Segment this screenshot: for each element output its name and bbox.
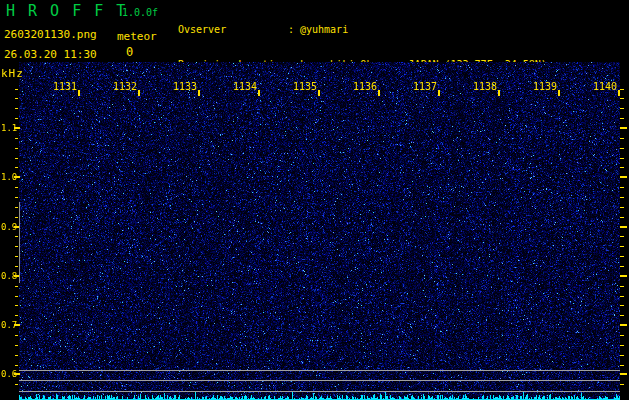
freq-minor-tick-left <box>15 118 18 119</box>
freq-minor-tick-right <box>620 89 624 90</box>
freq-major-tick-right <box>620 176 627 178</box>
station-value: @yuhmari <box>300 23 348 36</box>
time-tick <box>438 90 440 96</box>
freq-minor-tick-left <box>15 286 18 287</box>
time-tick <box>498 90 500 96</box>
app-title: H R O F F T <box>6 2 127 20</box>
freq-minor-tick-left <box>15 246 18 247</box>
time-tick <box>318 90 320 96</box>
freq-minor-tick-left <box>15 236 18 237</box>
freq-minor-tick-left <box>15 345 18 346</box>
freq-tick-label: 0.7 <box>1 320 17 330</box>
freq-minor-tick-right <box>620 236 624 237</box>
freq-minor-tick-left <box>15 256 18 257</box>
freq-minor-tick-right <box>620 138 624 139</box>
time-tick <box>618 90 620 96</box>
frequency-axis-unit: kHz <box>1 67 24 80</box>
freq-minor-tick-right <box>620 384 624 385</box>
time-tick-label: 1133 <box>171 81 197 92</box>
freq-minor-tick-right <box>620 217 624 218</box>
freq-minor-tick-right <box>620 187 624 188</box>
carrier-line <box>19 391 620 392</box>
freq-minor-tick-right <box>620 345 624 346</box>
freq-minor-tick-left <box>15 335 18 336</box>
freq-minor-tick-left <box>15 148 18 149</box>
freq-minor-tick-right <box>620 266 624 267</box>
colon-separator: : <box>288 23 300 36</box>
freq-minor-tick-left <box>15 98 18 99</box>
freq-minor-tick-right <box>620 207 624 208</box>
time-tick-label: 1132 <box>111 81 137 92</box>
freq-minor-tick-left <box>15 305 18 306</box>
freq-minor-tick-left <box>15 108 18 109</box>
freq-minor-tick-right <box>620 197 624 198</box>
time-tick <box>78 90 80 96</box>
freq-minor-tick-left <box>15 207 18 208</box>
meteor-count-label: meteor <box>117 30 157 43</box>
freq-minor-tick-left <box>15 89 18 90</box>
time-tick-label: 1131 <box>51 81 77 92</box>
observation-datetime: 26.03.20 11:30 <box>4 48 97 61</box>
time-tick <box>378 90 380 96</box>
freq-minor-tick-right <box>620 365 624 366</box>
freq-minor-tick-left <box>15 197 18 198</box>
time-tick-label: 1136 <box>351 81 377 92</box>
carrier-line <box>19 380 620 381</box>
freq-minor-tick-left <box>15 384 18 385</box>
station-row-observer: Ovserver : @yuhmari <box>178 23 547 36</box>
freq-minor-tick-right <box>620 167 624 168</box>
time-tick-label: 1139 <box>531 81 557 92</box>
freq-tick-label: 1.0 <box>1 172 17 182</box>
carrier-line <box>19 370 620 371</box>
freq-minor-tick-right <box>620 158 624 159</box>
freq-minor-tick-left <box>15 187 18 188</box>
freq-tick-label: 0.8 <box>1 271 17 281</box>
freq-tick-label: 0.6 <box>1 369 17 379</box>
freq-tick-label: 1.1 <box>1 123 17 133</box>
time-tick <box>258 90 260 96</box>
time-tick-label: 1140 <box>591 81 617 92</box>
freq-minor-tick-left <box>15 296 18 297</box>
freq-major-tick-right <box>620 373 627 375</box>
spectrogram-canvas <box>19 62 620 400</box>
time-tick-label: 1134 <box>231 81 257 92</box>
meteor-count-value: 0 <box>126 45 133 59</box>
time-tick <box>138 90 140 96</box>
freq-minor-tick-right <box>620 108 624 109</box>
freq-minor-tick-left <box>15 217 18 218</box>
freq-minor-tick-right <box>620 355 624 356</box>
freq-tick-label: 0.9 <box>1 222 17 232</box>
freq-minor-tick-right <box>620 305 624 306</box>
app-version: 1.0.0f <box>122 7 158 18</box>
left-edge-marker-line <box>19 202 20 283</box>
freq-major-tick-right <box>620 324 627 326</box>
freq-minor-tick-right <box>620 315 624 316</box>
freq-minor-tick-left <box>15 138 18 139</box>
freq-minor-tick-right <box>620 98 624 99</box>
time-tick-label: 1138 <box>471 81 497 92</box>
freq-minor-tick-left <box>15 315 18 316</box>
freq-minor-tick-right <box>620 148 624 149</box>
time-tick-label: 1137 <box>411 81 437 92</box>
output-filename: 2603201130.png <box>4 28 97 41</box>
time-tick <box>198 90 200 96</box>
freq-minor-tick-right <box>620 335 624 336</box>
station-label: Ovserver <box>178 23 288 36</box>
freq-minor-tick-right <box>620 296 624 297</box>
freq-major-tick-right <box>620 226 627 228</box>
freq-minor-tick-left <box>15 158 18 159</box>
hrofft-screen: H R O F F T 1.0.0f 2603201130.png meteor… <box>0 0 629 400</box>
freq-minor-tick-left <box>15 355 18 356</box>
freq-minor-tick-right <box>620 118 624 119</box>
time-tick-label: 1135 <box>291 81 317 92</box>
time-tick <box>558 90 560 96</box>
freq-minor-tick-right <box>620 256 624 257</box>
freq-minor-tick-left <box>15 266 18 267</box>
freq-minor-tick-left <box>15 365 18 366</box>
freq-minor-tick-left <box>15 167 18 168</box>
freq-major-tick-right <box>620 275 627 277</box>
freq-minor-tick-right <box>620 286 624 287</box>
freq-minor-tick-right <box>620 246 624 247</box>
freq-major-tick-right <box>620 127 627 129</box>
